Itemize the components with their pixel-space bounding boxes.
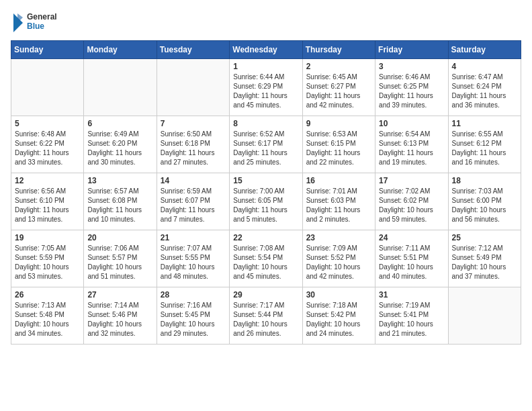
day-info: Sunrise: 7:11 AM Sunset: 5:51 PM Dayligh… [379,244,444,281]
logo-svg: General Blue [11,11,64,35]
weekday-header-row: SundayMondayTuesdayWednesdayThursdayFrid… [11,41,521,59]
day-info: Sunrise: 6:48 AM Sunset: 6:22 PM Dayligh… [15,130,80,167]
day-number: 10 [379,119,444,128]
calendar-cell: 21Sunrise: 7:07 AM Sunset: 5:55 PM Dayli… [157,230,229,287]
day-info: Sunrise: 7:12 AM Sunset: 5:49 PM Dayligh… [452,244,517,281]
calendar-cell: 19Sunrise: 7:05 AM Sunset: 5:59 PM Dayli… [11,230,84,287]
day-number: 5 [15,119,80,128]
day-info: Sunrise: 7:09 AM Sunset: 5:52 PM Dayligh… [306,244,371,281]
day-number: 13 [87,176,152,185]
day-number: 17 [379,176,444,185]
calendar-cell: 17Sunrise: 7:02 AM Sunset: 6:02 PM Dayli… [375,173,448,230]
day-info: Sunrise: 7:16 AM Sunset: 5:45 PM Dayligh… [161,301,226,338]
day-info: Sunrise: 7:18 AM Sunset: 5:42 PM Dayligh… [306,301,371,338]
calendar-cell: 11Sunrise: 6:55 AM Sunset: 6:12 PM Dayli… [448,116,521,173]
day-info: Sunrise: 6:47 AM Sunset: 6:24 PM Dayligh… [452,73,517,110]
calendar-cell: 24Sunrise: 7:11 AM Sunset: 5:51 PM Dayli… [375,230,448,287]
calendar-cell: 29Sunrise: 7:17 AM Sunset: 5:44 PM Dayli… [230,287,302,345]
calendar-table: SundayMondayTuesdayWednesdayThursdayFrid… [11,40,521,345]
day-number: 22 [233,233,298,242]
calendar-week-row: 5Sunrise: 6:48 AM Sunset: 6:22 PM Daylig… [11,116,521,173]
day-info: Sunrise: 7:01 AM Sunset: 6:03 PM Dayligh… [306,187,371,224]
weekday-header-sunday: Sunday [11,41,84,59]
calendar-cell: 13Sunrise: 6:57 AM Sunset: 6:08 PM Dayli… [84,173,157,230]
day-number: 14 [161,176,226,185]
day-info: Sunrise: 7:06 AM Sunset: 5:57 PM Dayligh… [87,244,152,281]
day-number: 25 [452,233,517,242]
calendar-cell: 22Sunrise: 7:08 AM Sunset: 5:54 PM Dayli… [230,230,302,287]
day-info: Sunrise: 7:08 AM Sunset: 5:54 PM Dayligh… [233,244,298,281]
calendar-cell: 10Sunrise: 6:54 AM Sunset: 6:13 PM Dayli… [375,116,448,173]
day-info: Sunrise: 7:03 AM Sunset: 6:00 PM Dayligh… [452,187,517,224]
day-number: 11 [452,119,517,128]
weekday-header-friday: Friday [375,41,448,59]
day-number: 9 [306,119,371,128]
day-info: Sunrise: 6:45 AM Sunset: 6:27 PM Dayligh… [306,73,371,110]
weekday-header-monday: Monday [84,41,157,59]
calendar-cell: 31Sunrise: 7:19 AM Sunset: 5:41 PM Dayli… [375,287,448,345]
day-number: 20 [87,233,152,242]
day-number: 29 [233,290,298,300]
day-info: Sunrise: 6:53 AM Sunset: 6:15 PM Dayligh… [306,130,371,167]
day-info: Sunrise: 6:57 AM Sunset: 6:08 PM Dayligh… [87,187,152,224]
day-info: Sunrise: 7:00 AM Sunset: 6:05 PM Dayligh… [233,187,298,224]
calendar-week-row: 12Sunrise: 6:56 AM Sunset: 6:10 PM Dayli… [11,173,521,230]
day-number: 15 [233,176,298,185]
calendar-cell [84,59,157,116]
day-info: Sunrise: 6:46 AM Sunset: 6:25 PM Dayligh… [379,73,444,110]
day-info: Sunrise: 7:14 AM Sunset: 5:46 PM Dayligh… [87,301,152,338]
calendar-cell: 18Sunrise: 7:03 AM Sunset: 6:00 PM Dayli… [448,173,521,230]
day-number: 4 [452,62,517,71]
calendar-week-row: 1Sunrise: 6:44 AM Sunset: 6:29 PM Daylig… [11,59,521,116]
weekday-header-thursday: Thursday [302,41,375,59]
day-info: Sunrise: 7:02 AM Sunset: 6:02 PM Dayligh… [379,187,444,224]
day-number: 30 [306,290,371,300]
day-number: 1 [233,62,298,71]
day-number: 6 [87,119,152,128]
day-number: 27 [87,290,152,300]
calendar-cell [448,287,521,345]
day-number: 7 [161,119,226,128]
calendar-cell: 6Sunrise: 6:49 AM Sunset: 6:20 PM Daylig… [84,116,157,173]
day-number: 12 [15,176,80,185]
svg-text:General: General [27,12,57,21]
logo: General Blue [11,11,64,35]
calendar-cell: 2Sunrise: 6:45 AM Sunset: 6:27 PM Daylig… [302,59,375,116]
day-number: 31 [379,290,444,300]
day-info: Sunrise: 6:44 AM Sunset: 6:29 PM Dayligh… [233,73,298,110]
calendar-cell: 16Sunrise: 7:01 AM Sunset: 6:03 PM Dayli… [302,173,375,230]
calendar-cell: 27Sunrise: 7:14 AM Sunset: 5:46 PM Dayli… [84,287,157,345]
day-number: 19 [15,233,80,242]
day-number: 3 [379,62,444,71]
day-info: Sunrise: 7:05 AM Sunset: 5:59 PM Dayligh… [15,244,80,281]
day-number: 2 [306,62,371,71]
day-number: 26 [15,290,80,300]
day-info: Sunrise: 6:54 AM Sunset: 6:13 PM Dayligh… [379,130,444,167]
calendar-cell: 9Sunrise: 6:53 AM Sunset: 6:15 PM Daylig… [302,116,375,173]
day-info: Sunrise: 6:52 AM Sunset: 6:17 PM Dayligh… [233,130,298,167]
calendar-cell: 26Sunrise: 7:13 AM Sunset: 5:48 PM Dayli… [11,287,84,345]
day-number: 18 [452,176,517,185]
weekday-header-wednesday: Wednesday [230,41,302,59]
day-number: 8 [233,119,298,128]
day-number: 23 [306,233,371,242]
day-info: Sunrise: 6:55 AM Sunset: 6:12 PM Dayligh… [452,130,517,167]
calendar-cell: 20Sunrise: 7:06 AM Sunset: 5:57 PM Dayli… [84,230,157,287]
calendar-cell: 15Sunrise: 7:00 AM Sunset: 6:05 PM Dayli… [230,173,302,230]
day-number: 16 [306,176,371,185]
day-info: Sunrise: 6:59 AM Sunset: 6:07 PM Dayligh… [161,187,226,224]
calendar-cell: 5Sunrise: 6:48 AM Sunset: 6:22 PM Daylig… [11,116,84,173]
calendar-cell: 14Sunrise: 6:59 AM Sunset: 6:07 PM Dayli… [157,173,229,230]
svg-text:Blue: Blue [27,21,44,31]
page-header: General Blue [11,11,521,35]
calendar-cell: 8Sunrise: 6:52 AM Sunset: 6:17 PM Daylig… [230,116,302,173]
day-info: Sunrise: 7:13 AM Sunset: 5:48 PM Dayligh… [15,301,80,338]
calendar-cell: 28Sunrise: 7:16 AM Sunset: 5:45 PM Dayli… [157,287,229,345]
calendar-cell [157,59,229,116]
day-info: Sunrise: 7:19 AM Sunset: 5:41 PM Dayligh… [379,301,444,338]
calendar-cell: 1Sunrise: 6:44 AM Sunset: 6:29 PM Daylig… [230,59,302,116]
day-number: 28 [161,290,226,300]
weekday-header-saturday: Saturday [448,41,521,59]
calendar-cell: 12Sunrise: 6:56 AM Sunset: 6:10 PM Dayli… [11,173,84,230]
day-number: 24 [379,233,444,242]
